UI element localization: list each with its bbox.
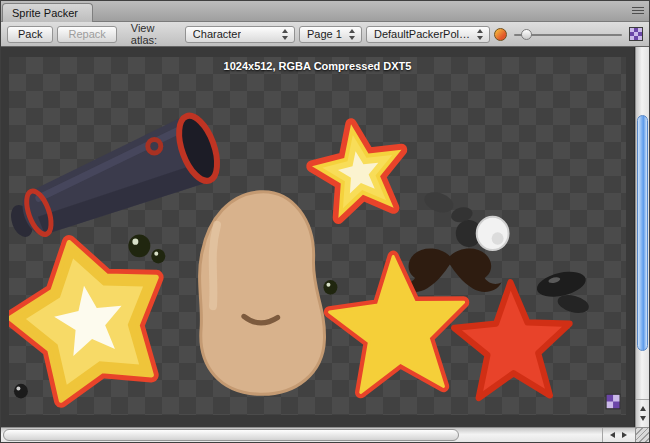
sprite-cannon	[9, 110, 225, 240]
sprite-red-star	[453, 280, 572, 399]
tab-sprite-packer[interactable]: Sprite Packer	[2, 3, 93, 22]
tab-title: Sprite Packer	[12, 7, 78, 19]
sprite-bean-body	[200, 192, 325, 394]
scroll-up-icon[interactable]	[640, 406, 646, 411]
sprite-monocle	[456, 217, 509, 250]
scroll-right-icon[interactable]	[622, 432, 627, 438]
sprite-small-burst-star	[306, 116, 411, 221]
horizontal-scrollbar[interactable]	[1, 427, 635, 442]
tab-bar: Sprite Packer	[1, 1, 649, 22]
vertical-scrollbar-arrows	[636, 399, 649, 427]
toolbar: Pack Repack View atlas: Character Page 1…	[1, 22, 649, 47]
atlas-view[interactable]: 1024x512, RGBA Compressed DXT5	[9, 57, 626, 415]
packer-policy-value: DefaultPackerPolicy	[374, 28, 470, 40]
page-dropdown[interactable]: Page 1	[299, 26, 362, 43]
chevron-updown-icon	[282, 28, 289, 41]
atlas-dropdown-value: Character	[193, 28, 241, 40]
atlas-dropdown[interactable]: Character	[185, 26, 295, 43]
sprite-eyebrow-tufts	[422, 189, 474, 225]
chevron-updown-icon	[477, 28, 484, 41]
page-dropdown-value: Page 1	[307, 28, 342, 40]
vertical-scrollbar[interactable]	[635, 47, 649, 427]
main-area: 1024x512, RGBA Compressed DXT5	[1, 47, 649, 442]
pack-button[interactable]: Pack	[7, 26, 53, 43]
mip-checker-icon[interactable]	[629, 27, 643, 41]
sprite-big-layered-star	[9, 222, 180, 408]
mip-slider[interactable]	[514, 28, 622, 41]
atlas-canvas: 1024x512, RGBA Compressed DXT5	[1, 47, 635, 427]
packer-policy-dropdown[interactable]: DefaultPackerPolicy	[366, 26, 490, 43]
sprite-checker-swatch	[606, 394, 620, 409]
sprite-black-beans	[535, 268, 591, 316]
scroll-down-icon[interactable]	[640, 416, 646, 421]
view-atlas-label: View atlas:	[131, 22, 179, 46]
atlas-info-text: 1024x512, RGBA Compressed DXT5	[9, 60, 626, 72]
chevron-updown-icon	[349, 28, 356, 41]
mip-slider-knob[interactable]	[521, 29, 532, 40]
sprite-small-dot	[14, 384, 28, 399]
resize-grip[interactable]	[635, 427, 649, 442]
view-controls	[494, 27, 643, 41]
sprite-mustache	[398, 249, 501, 292]
pane-menu-icon[interactable]	[632, 7, 644, 16]
horizontal-scrollbar-thumb[interactable]	[3, 429, 459, 441]
color-channel-icon[interactable]	[494, 28, 507, 41]
scroll-left-icon[interactable]	[610, 432, 615, 438]
sprite-yellow-star	[326, 252, 469, 395]
vertical-scrollbar-thumb[interactable]	[637, 115, 648, 351]
horizontal-scrollbar-arrows	[602, 428, 634, 442]
atlas-sprites-svg	[9, 57, 626, 415]
sprite-packer-window: Sprite Packer Pack Repack View atlas: Ch…	[0, 0, 650, 443]
repack-button[interactable]: Repack	[57, 26, 116, 43]
